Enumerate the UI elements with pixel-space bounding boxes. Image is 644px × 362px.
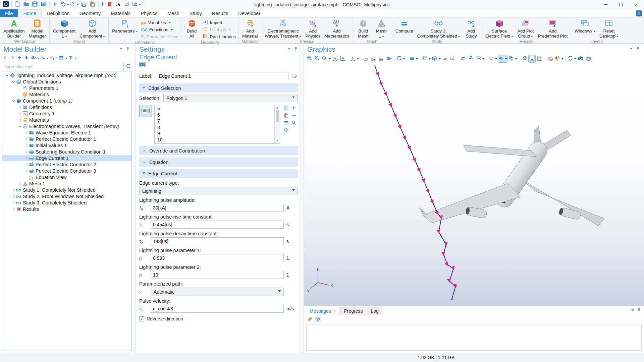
functions-button[interactable]: f(x)Functions [140, 26, 179, 33]
graphics-canvas[interactable]: z x y [304, 64, 644, 305]
tree-item-perfect-electric-conductor-2[interactable]: *Perfect Electric Conductor 2 [2, 161, 131, 168]
center-selection-button[interactable] [282, 127, 289, 134]
messages-tab-messages[interactable]: Messages× [306, 307, 339, 315]
tree-item-scattering-boundary-condition-1[interactable]: Scattering Boundary Condition 1 [2, 148, 131, 155]
tree-expander-icon[interactable] [23, 144, 29, 146]
open-file-button[interactable] [22, 1, 30, 9]
report-button[interactable] [315, 316, 321, 323]
lightning-pulse-amplitude-input[interactable] [151, 204, 284, 212]
tree-item-study-1-completely-not-shielded[interactable]: Study 1, Completely Not Shielded [2, 187, 131, 193]
no-color-button[interactable] [546, 55, 554, 63]
tree-item-mesh-1[interactable]: Mesh 1 [2, 180, 131, 187]
tree-item-lightning-induced-voltage-airplane-mph[interactable]: lightning_induced_voltage_airplane.mph(r… [2, 72, 131, 78]
tree-item-materials[interactable]: Materials [2, 117, 131, 123]
tree-expander-icon[interactable] [17, 106, 22, 108]
section-equation[interactable]: Equation [139, 158, 298, 167]
study-3-completely-shielded-button[interactable]: Study 3, Completely Shielded [416, 18, 462, 39]
build-mesh-button[interactable]: Build Mesh [355, 18, 372, 39]
ribbon-tab-results[interactable]: Results [207, 9, 233, 17]
tree-item-study-3-completely-shielded[interactable]: Study 3, Completely Shielded [2, 199, 131, 206]
close-tab-icon[interactable]: × [333, 308, 336, 313]
scroll-down-icon[interactable] [276, 140, 278, 142]
tree-expander-icon[interactable] [11, 208, 16, 210]
select-box-button[interactable] [114, 1, 122, 9]
show-button[interactable] [30, 54, 39, 62]
tree-item-edge-current-1[interactable]: Edge Current 1 [2, 155, 131, 161]
projection-button[interactable] [385, 55, 393, 63]
ribbon-tab-geometry[interactable]: Geometry [74, 9, 106, 17]
pulse-velocity-input[interactable] [151, 305, 284, 313]
graphics-menu-button[interactable] [628, 46, 635, 52]
copy-button[interactable] [79, 1, 88, 9]
tree-expander-icon[interactable] [11, 202, 16, 204]
layers-button[interactable] [421, 55, 431, 63]
save-button[interactable] [31, 1, 39, 9]
copy-selection-button[interactable] [282, 105, 289, 112]
zoom-out-button[interactable] [314, 55, 321, 63]
compute-button[interactable]: Compute [394, 18, 415, 34]
minimize-button[interactable] [598, 0, 613, 9]
graphics-pin-button[interactable] [635, 46, 641, 52]
selection-dropdown[interactable]: Polygon 1 [163, 94, 298, 102]
material-rendering-button[interactable] [431, 55, 441, 63]
tree-expander-icon[interactable] [23, 132, 29, 134]
ribbon-tab-developer[interactable]: Developer [233, 9, 265, 17]
add-predefined-plot-button[interactable]: Add Predefined Plot [536, 18, 569, 39]
tree-expander-icon[interactable] [17, 183, 22, 185]
ribbon-tab-home[interactable]: Home [18, 9, 42, 17]
comsol-logo-button[interactable] [2, 1, 10, 9]
sync-button[interactable] [567, 55, 577, 63]
close-button[interactable]: × [629, 0, 644, 9]
rename-button[interactable] [291, 72, 298, 80]
zoom-in-button[interactable] [306, 55, 313, 63]
tree-expander-icon[interactable] [23, 138, 29, 140]
scroll-up-icon[interactable] [276, 106, 278, 109]
application-builder-button[interactable]: AApplication Builder [2, 18, 26, 39]
active-toggle-button[interactable] [139, 105, 152, 117]
tree-expander-icon[interactable] [11, 100, 16, 102]
ribbon-tab-physics[interactable]: Physics [136, 9, 162, 17]
duplicate-button[interactable] [97, 1, 105, 9]
tree-item-perfect-electric-conductor-1[interactable]: DPerfect Electric Conductor 1 [2, 136, 131, 142]
part-libraries-button[interactable]: Part Libraries [201, 34, 237, 40]
add-physics-button[interactable]: Add Physics [304, 18, 322, 39]
tree-expander-icon[interactable] [11, 195, 16, 197]
ribbon-tab-mesh[interactable]: Mesh [162, 9, 184, 17]
grid-button[interactable] [536, 55, 543, 63]
tree-item-results[interactable]: Results [2, 206, 131, 212]
add-plot-group-button[interactable]: Add Plot Group [516, 18, 535, 39]
tree-item-parameters-1[interactable]: PiParameters 1 [2, 85, 131, 91]
broom-button[interactable] [307, 316, 313, 323]
messages-tab-progress[interactable]: Progress [340, 307, 366, 315]
tree-item-perfect-electric-conductor-3[interactable]: *Perfect Electric Conductor 3 [2, 168, 131, 174]
find-button[interactable] [132, 1, 141, 9]
run-button[interactable] [51, 1, 59, 9]
lightning-pulse-parameter-1-input[interactable] [151, 254, 284, 262]
orthographic-button[interactable] [521, 55, 528, 63]
lightning-pulse-parameter-2-input[interactable] [151, 271, 284, 279]
import-button[interactable]: Import [201, 19, 237, 26]
settings-menu-button[interactable] [286, 46, 292, 52]
add-mathematics-button[interactable]: ΔUAdd Mathematics [323, 18, 351, 39]
edge-current-type-dropdown[interactable]: Lightning [139, 187, 298, 195]
tree-expander-icon[interactable] [17, 113, 22, 115]
print-button[interactable] [585, 55, 592, 63]
settings-pin-button[interactable] [292, 46, 299, 52]
new-file-button[interactable] [13, 1, 21, 9]
speaker-button[interactable] [498, 55, 507, 63]
filter-refresh-button[interactable] [125, 63, 132, 70]
rotate-button[interactable] [396, 55, 406, 63]
collapse-all-button[interactable] [40, 54, 49, 62]
tree-expander-icon[interactable] [17, 125, 22, 127]
scene-light-button[interactable] [488, 55, 497, 63]
component-1-button[interactable]: Component 1 [51, 18, 77, 39]
expand-all-button[interactable] [49, 54, 58, 62]
chevron-down-icon[interactable] [631, 309, 634, 312]
parameters-button[interactable]: PiParameters [110, 18, 139, 34]
tree-item-geometry-1[interactable]: AGeometry 1 [2, 110, 131, 117]
variables-button[interactable]: a=Variables [140, 19, 179, 26]
model-builder-menu-button[interactable] [118, 46, 124, 52]
reset-desktop-button[interactable]: Reset Desktop [598, 18, 620, 39]
tree-expander-icon[interactable] [23, 164, 29, 166]
model-manager-button[interactable]: Model Manager [27, 18, 48, 39]
